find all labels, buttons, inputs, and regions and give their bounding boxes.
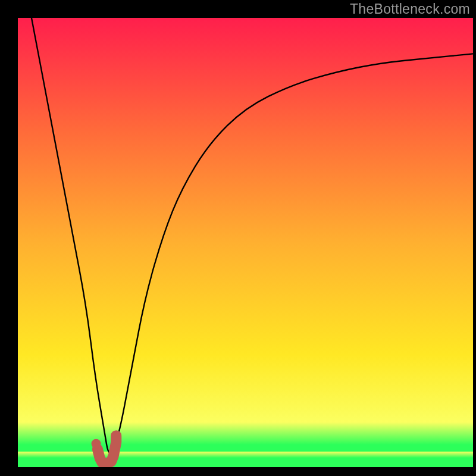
green-baseline-band: [18, 452, 473, 467]
plot-gradient-background: [18, 18, 473, 467]
bottleneck-curve: [32, 18, 473, 453]
j-marker-dot: [92, 439, 101, 449]
chart-overlay-svg: [18, 18, 473, 467]
watermark-text: TheBottleneck.com: [350, 1, 470, 17]
chart-canvas: TheBottleneck.com: [0, 0, 476, 476]
